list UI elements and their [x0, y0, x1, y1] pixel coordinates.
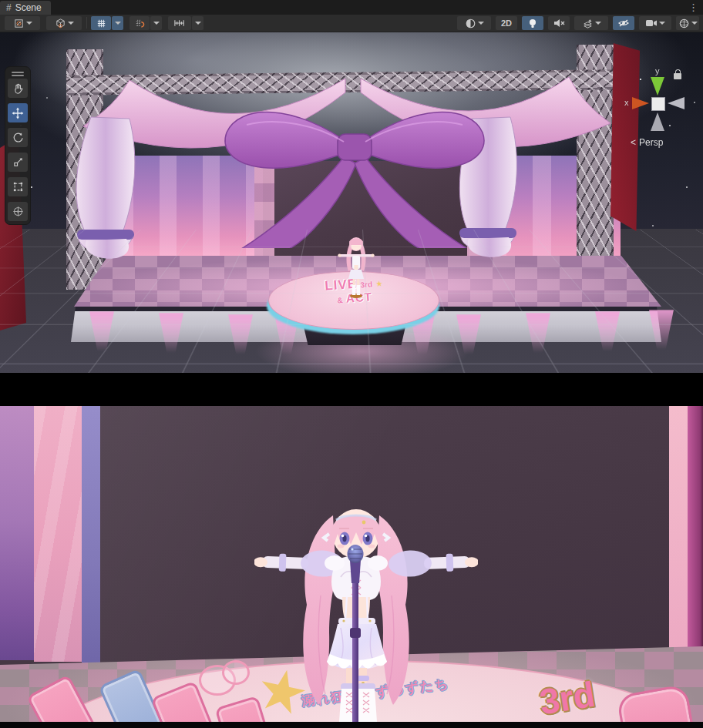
floor-3rd-text: 3rd: [536, 673, 597, 722]
blue-strip: [82, 406, 102, 665]
rotate-icon: [12, 132, 24, 143]
camera-icon: [645, 18, 658, 28]
tab-scene[interactable]: # Scene: [0, 1, 51, 15]
snap-increment-button[interactable]: [130, 16, 150, 30]
axis-neg-y-cone[interactable]: [651, 112, 664, 131]
scene-audio-button[interactable]: [548, 16, 570, 30]
grid-icon: [96, 18, 107, 29]
dropdown-caret: [26, 22, 32, 28]
axis-z-cone[interactable]: [668, 97, 684, 109]
measure-button[interactable]: [168, 16, 191, 30]
shading-sphere-icon: [465, 18, 476, 29]
tool-settings-button[interactable]: [5, 16, 40, 30]
axis-y-label[interactable]: y: [655, 66, 660, 75]
grid-visibility-button[interactable]: [91, 16, 111, 30]
snap-increment-caret[interactable]: [150, 16, 162, 30]
dropdown-caret: [478, 22, 484, 28]
effects-icon: [582, 18, 594, 29]
pivot-icon: [13, 18, 25, 29]
floor-cloud-outline: [222, 660, 250, 685]
scene-lighting-button[interactable]: [522, 16, 543, 30]
dropdown-caret: [659, 22, 665, 28]
eye-slash-icon: [617, 18, 630, 29]
scale-tool[interactable]: [8, 153, 28, 172]
move-icon: [12, 107, 24, 119]
game-character[interactable]: [254, 503, 478, 722]
shading-mode-button[interactable]: [457, 16, 491, 30]
scale-icon: [12, 156, 24, 168]
game-viewport[interactable]: 溺れ狂うすずめずたち 3rd: [0, 406, 703, 722]
transform-icon: [12, 206, 24, 217]
lightbulb-icon: [527, 18, 538, 29]
move-tool[interactable]: [8, 103, 28, 122]
scene-camera-button[interactable]: [639, 16, 671, 30]
star-icon: ★: [375, 279, 383, 288]
dropdown-caret: [691, 22, 698, 28]
gizmo-center-cube[interactable]: [651, 97, 665, 111]
persp-arrow: <: [631, 137, 636, 148]
dropdown-caret: [68, 22, 74, 28]
rect-tool[interactable]: [8, 177, 28, 196]
hand-tool[interactable]: [8, 79, 28, 98]
pink-strip-right: [669, 406, 689, 666]
rotate-tool[interactable]: [8, 128, 28, 147]
magenta-pillar-right: [688, 406, 703, 669]
ruler-icon: [173, 18, 187, 29]
toolbar-separator: [86, 17, 87, 29]
orientation-gizmo: y x < Persp: [624, 66, 701, 156]
dropdown-caret: [153, 22, 160, 28]
dropdown-caret: [595, 22, 601, 28]
cube-pivot-icon: [55, 18, 66, 29]
axis-x-cone[interactable]: [632, 97, 649, 109]
measure-caret[interactable]: [192, 16, 204, 30]
tools-overlay: [5, 66, 31, 225]
gizmo-sphere-icon: [678, 18, 690, 29]
overlay-grip[interactable]: [12, 72, 24, 73]
persp-label: Persp: [639, 137, 663, 148]
scene-viewport[interactable]: LIVE 3rd ★ & ACT y x: [0, 32, 703, 373]
scene-panel-menu-icon[interactable]: ⋮: [688, 1, 698, 14]
hand-icon: [12, 82, 24, 94]
scene-character[interactable]: [338, 234, 375, 300]
dropdown-caret: [115, 22, 121, 28]
rect-icon: [12, 181, 24, 193]
candy-pillar-left: [34, 406, 83, 662]
audio-muted-icon: [553, 18, 565, 29]
bottom-letterbox: [0, 722, 703, 728]
2d-toggle-button[interactable]: 2D: [496, 16, 517, 30]
grid-visibility-caret[interactable]: [112, 16, 123, 30]
snap-grid-icon: [134, 18, 146, 29]
tool-handle-button[interactable]: [46, 16, 82, 30]
scene-visibility-button[interactable]: [613, 16, 634, 30]
transform-tool[interactable]: [8, 202, 28, 221]
2d-label: 2D: [501, 18, 512, 28]
scene-tabbar: # Scene ⋮: [0, 0, 703, 15]
scene-grid-icon: #: [6, 2, 12, 13]
axis-x-label[interactable]: x: [624, 98, 629, 107]
ribbon-bow: [193, 71, 516, 248]
axis-y-cone[interactable]: [651, 77, 664, 96]
dropdown-caret: [195, 22, 201, 28]
persp-toggle[interactable]: < Persp: [631, 137, 663, 148]
scene-toolbar: 2D: [0, 15, 703, 32]
game-wall-left: [0, 406, 37, 660]
lock-icon[interactable]: [674, 73, 681, 79]
scene-effects-button[interactable]: [574, 16, 608, 30]
scene-gizmos-button[interactable]: [676, 16, 699, 30]
scene-tab-label: Scene: [15, 2, 42, 13]
